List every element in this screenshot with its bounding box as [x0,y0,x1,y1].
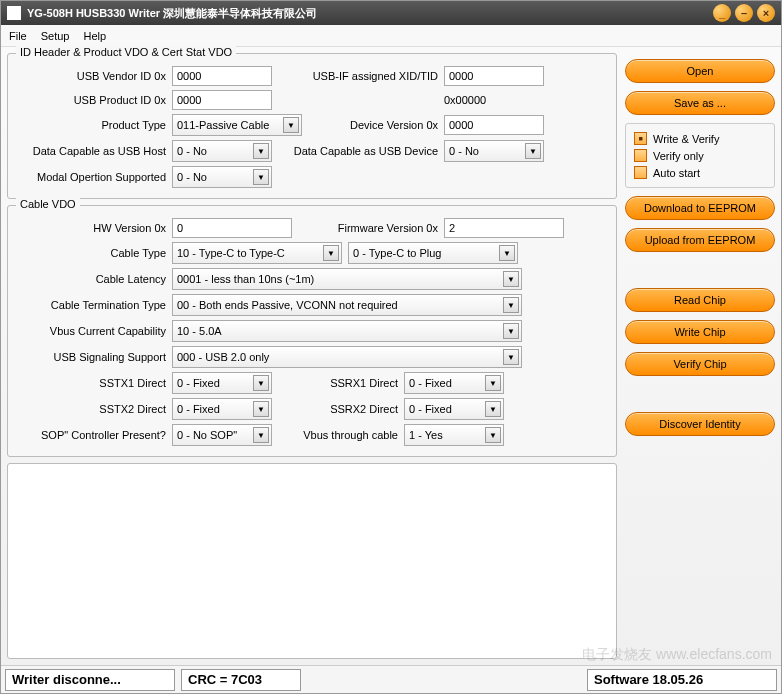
sstx1-label: SSTX1 Direct [16,377,166,389]
ssrx1-combo[interactable]: 0 - Fixed▼ [404,372,504,394]
status-writer: Writer disconne... [5,669,175,691]
auto-start-label: Auto start [653,167,700,179]
options-panel: Write & Verify Verify only Auto start [625,123,775,188]
group-legend: ID Header & Product VDO & Cert Stat VDO [16,46,236,58]
window-title: YG-508H HUSB330 Writer 深圳慧能泰半导体科技有限公司 [27,6,709,21]
fw-version-label: Firmware Version 0x [298,222,438,234]
chevron-down-icon: ▼ [525,143,541,159]
termination-combo[interactable]: 00 - Both ends Passive, VCONN not requir… [172,294,522,316]
modal-operation-combo[interactable]: 0 - No▼ [172,166,272,188]
vbus-through-label: Vbus through cable [278,429,398,441]
verify-chip-button[interactable]: Verify Chip [625,352,775,376]
app-icon [7,6,21,20]
maximize-button[interactable]: – [735,4,753,22]
status-software: Software 18.05.26 [587,669,777,691]
signaling-combo[interactable]: 000 - USB 2.0 only▼ [172,346,522,368]
cable-latency-label: Cable Latency [16,273,166,285]
ssrx2-label: SSRX2 Direct [278,403,398,415]
chevron-down-icon: ▼ [485,375,501,391]
menubar: File Setup Help [1,25,781,47]
product-id-input[interactable] [172,90,272,110]
verify-only-label: Verify only [653,150,704,162]
chevron-down-icon: ▼ [503,323,519,339]
upload-eeprom-button[interactable]: Upload from EEPROM [625,228,775,252]
log-area [7,463,617,659]
vendor-id-input[interactable] [172,66,272,86]
sstx2-combo[interactable]: 0 - Fixed▼ [172,398,272,420]
device-capable-label: Data Capable as USB Device [278,145,438,157]
save-as-button[interactable]: Save as ... [625,91,775,115]
device-version-label: Device Version 0x [308,119,438,131]
chevron-down-icon: ▼ [485,427,501,443]
chevron-down-icon: ▼ [253,427,269,443]
close-button[interactable]: × [757,4,775,22]
write-verify-checkbox[interactable] [634,132,647,145]
sstx2-label: SSTX2 Direct [16,403,166,415]
menu-help[interactable]: Help [83,30,106,42]
ssrx1-label: SSRX1 Direct [278,377,398,389]
cable-type-combo[interactable]: 10 - Type-C to Type-C▼ [172,242,342,264]
cable-type2-combo[interactable]: 0 - Type-C to Plug▼ [348,242,518,264]
chevron-down-icon: ▼ [253,169,269,185]
hw-version-input[interactable] [172,218,292,238]
signaling-label: USB Signaling Support [16,351,166,363]
vbus-current-combo[interactable]: 10 - 5.0A▼ [172,320,522,342]
hw-version-label: HW Version 0x [16,222,166,234]
sop-combo[interactable]: 0 - No SOP"▼ [172,424,272,446]
chevron-down-icon: ▼ [323,245,339,261]
chevron-down-icon: ▼ [499,245,515,261]
xid-hex-label: 0x00000 [444,94,544,106]
xid-input[interactable] [444,66,544,86]
chevron-down-icon: ▼ [503,349,519,365]
group-id-header: ID Header & Product VDO & Cert Stat VDO … [7,53,617,199]
product-type-label: Product Type [16,119,166,131]
verify-only-checkbox[interactable] [634,149,647,162]
discover-identity-button[interactable]: Discover Identity [625,412,775,436]
minimize-button[interactable]: _ [713,4,731,22]
cable-latency-combo[interactable]: 0001 - less than 10ns (~1m)▼ [172,268,522,290]
read-chip-button[interactable]: Read Chip [625,288,775,312]
ssrx2-combo[interactable]: 0 - Fixed▼ [404,398,504,420]
sstx1-combo[interactable]: 0 - Fixed▼ [172,372,272,394]
vbus-current-label: Vbus Current Capability [16,325,166,337]
chevron-down-icon: ▼ [503,297,519,313]
titlebar: YG-508H HUSB330 Writer 深圳慧能泰半导体科技有限公司 _ … [1,1,781,25]
statusbar: Writer disconne... CRC = 7C03 Software 1… [1,665,781,693]
product-id-label: USB Product ID 0x [16,94,166,106]
write-chip-button[interactable]: Write Chip [625,320,775,344]
device-version-input[interactable] [444,115,544,135]
group-cable-vdo: Cable VDO HW Version 0x Firmware Version… [7,205,617,457]
chevron-down-icon: ▼ [503,271,519,287]
host-capable-label: Data Capable as USB Host [16,145,166,157]
device-capable-combo[interactable]: 0 - No▼ [444,140,544,162]
chevron-down-icon: ▼ [253,401,269,417]
vbus-through-combo[interactable]: 1 - Yes▼ [404,424,504,446]
vendor-id-label: USB Vendor ID 0x [16,70,166,82]
modal-operation-label: Modal Opertion Supported [16,171,166,183]
product-type-combo[interactable]: 011-Passive Cable▼ [172,114,302,136]
menu-file[interactable]: File [9,30,27,42]
chevron-down-icon: ▼ [253,143,269,159]
write-verify-label: Write & Verify [653,133,719,145]
chevron-down-icon: ▼ [485,401,501,417]
chevron-down-icon: ▼ [283,117,299,133]
chevron-down-icon: ▼ [253,375,269,391]
open-button[interactable]: Open [625,59,775,83]
group-legend: Cable VDO [16,198,80,210]
host-capable-combo[interactable]: 0 - No▼ [172,140,272,162]
sop-label: SOP" Controller Present? [16,429,166,441]
download-eeprom-button[interactable]: Download to EEPROM [625,196,775,220]
xid-label: USB-IF assigned XID/TID [278,70,438,82]
status-crc: CRC = 7C03 [181,669,301,691]
cable-type-label: Cable Type [16,247,166,259]
menu-setup[interactable]: Setup [41,30,70,42]
termination-label: Cable Termination Type [16,299,166,311]
auto-start-checkbox[interactable] [634,166,647,179]
fw-version-input[interactable] [444,218,564,238]
